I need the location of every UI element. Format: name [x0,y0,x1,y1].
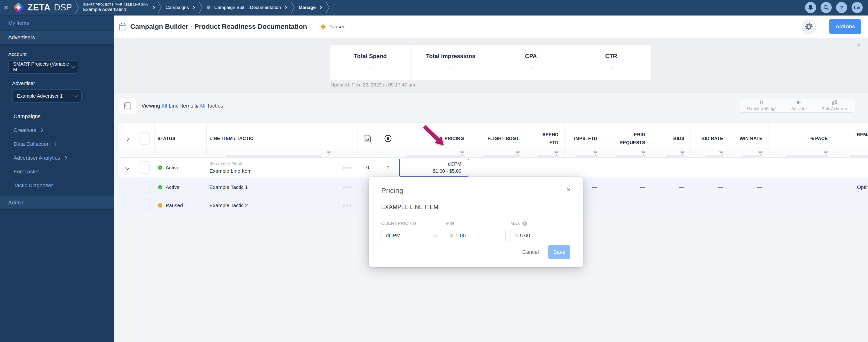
sidebar-item-advertisers[interactable]: Advertisers [0,31,114,44]
chevron-right-icon [191,6,195,9]
chevron-right-icon [151,6,155,9]
row-menu[interactable] [337,158,358,178]
header-bid-rate[interactable]: BID RATE [690,123,729,148]
header-spend-ftd[interactable]: SPENDFTD [526,123,564,148]
advertiser-select[interactable]: Example Advertiser 1 [12,89,82,103]
filter-cell-imps[interactable] [564,148,603,158]
checkbox[interactable] [140,161,150,174]
save-button[interactable]: Save [548,245,570,259]
header-remaining-budget[interactable]: REMAININGBDGT. [834,123,868,148]
sidebar-item-data-collection[interactable]: Data Collection [0,137,114,151]
info-icon[interactable]: i [522,221,527,226]
search-button[interactable] [820,2,832,13]
row-line-item-name[interactable]: (No active flight) Example Line Item [207,158,337,178]
chevron-down-icon [433,233,437,237]
breadcrumb-campaigns[interactable]: Campaigns [166,5,194,10]
filter-cell-remaining[interactable] [834,148,868,158]
row-menu[interactable] [337,197,358,214]
min-input[interactable]: $ 1.00 [446,229,506,242]
header-pace[interactable]: % PACE [769,123,834,148]
header-select-all[interactable] [135,123,155,148]
tactic-name[interactable]: Example Tactic 1 [210,184,248,191]
my-items-label: My Items [8,20,29,26]
sidebar-item-label: Advertiser Analytics [13,155,60,161]
bulk-action-button[interactable]: Bulk Action [814,99,855,113]
notifications-button[interactable] [805,2,816,13]
viewing-all-tactics-link[interactable]: All [199,103,205,109]
filter-cell-bids[interactable] [651,148,690,158]
row-targeting-count[interactable]: 1 [378,158,398,178]
filter-cell-line-item[interactable] [207,148,337,158]
header-ebid-requests[interactable]: EBIDREQUESTS [603,123,651,148]
settings-button[interactable] [801,19,816,34]
breadcrumb-campaign[interactable]: Campaign Buil ... Documentation [214,5,286,10]
dollar-prefix: $ [450,232,453,239]
row-creatives-count[interactable]: 0 [358,158,378,178]
ellipsis-menu-icon[interactable] [343,167,352,169]
cancel-button[interactable]: Cancel [522,249,539,255]
modal-title: Pricing [381,187,570,195]
header-status[interactable]: STATUS [155,123,207,148]
header-flight-budget[interactable]: FLIGHT BDGT. [470,123,526,148]
header-imps-ftd[interactable]: IMPS. FTD [564,123,603,148]
bulk-actions-group: Pause Settings Activate Bulk Action [740,99,856,113]
close-stats-icon[interactable]: × [857,41,861,49]
sidebar-item-forecaster[interactable]: Forecaster [0,165,114,179]
row-tactic-name[interactable]: Example Tactic 1 [207,178,337,197]
filter-cell-bid-rate[interactable] [690,148,729,158]
row-select[interactable] [135,158,155,178]
row-select[interactable] [135,178,155,197]
account-select[interactable]: SMART Projects (Variable M... [8,60,79,74]
breadcrumb-manage[interactable]: Manage [299,5,321,10]
sidebar-item-campaigns[interactable]: Campaigns [0,110,114,123]
client-pricing-select[interactable]: dCPM [381,229,441,242]
line-item-name[interactable]: Example Line Item [210,167,252,175]
sidebar-item-tactic-diagnoser[interactable]: Tactic Diagnoser [0,179,114,192]
header-win-rate[interactable]: WIN RATE [729,123,769,148]
table-row-line-item[interactable]: Active (No active flight) Example Line I… [119,158,868,178]
header-creatives[interactable] [358,123,378,148]
sidebar-item-creatives[interactable]: Creatives [0,123,114,137]
header-expander[interactable] [119,123,135,148]
help-button[interactable]: ? [836,2,847,13]
status-dot [158,165,162,170]
max-input[interactable]: $ 5.00 [510,229,570,242]
header-bids[interactable]: BIDS [651,123,690,148]
pause-settings-button[interactable]: Pause Settings [740,99,784,113]
header-line-item[interactable]: LINE ITEM / TACTIC [207,123,337,148]
view-settings-button[interactable] [119,98,136,114]
sidebar-item-my-items[interactable]: My Items [0,15,114,31]
actions-button[interactable]: Actions [829,19,861,34]
pricing-cell-button[interactable]: dCPM $1.00 - $5.00 [399,159,469,177]
row-select[interactable] [135,197,155,214]
row-expander[interactable] [119,158,135,178]
sidebar-item-advertiser-analytics[interactable]: Advertiser Analytics [0,151,114,165]
filter-cell-pricing[interactable] [398,148,470,158]
header-targeting[interactable] [378,123,398,148]
filter-underline [743,155,764,157]
modal-close-icon[interactable]: × [566,186,571,194]
viewing-all-line-items-link[interactable]: All [161,103,167,109]
user-avatar[interactable]: L& [851,2,863,13]
sidebar-item-admin[interactable]: Admin [0,196,114,210]
close-icon[interactable]: × [4,4,8,11]
filter-icon [719,150,724,155]
checkbox[interactable] [140,199,150,212]
breadcrumb-advertiser[interactable]: SMART PROJECTS (VARIABLE MARGIN) Example… [83,3,148,12]
row-menu[interactable] [337,178,358,197]
filter-cell-win-rate[interactable] [729,148,769,158]
breadcrumb-divider-icon [325,1,330,14]
filter-cell-spend[interactable] [526,148,564,158]
filter-cell-pace[interactable] [769,148,834,158]
filter-cell-flight[interactable] [470,148,526,158]
ellipsis-menu-icon[interactable] [343,186,352,188]
checkbox[interactable] [140,132,150,145]
filter-cell-ebid[interactable] [603,148,651,158]
account-select-value: SMART Projects (Variable M... [13,61,71,72]
ellipsis-menu-icon[interactable] [343,205,352,207]
tactic-name[interactable]: Example Tactic 2 [210,202,248,209]
checkbox[interactable] [140,181,150,193]
client-pricing-value: dCPM [386,232,401,239]
row-tactic-name[interactable]: Example Tactic 2 [207,197,337,214]
activate-button[interactable]: Activate [784,99,814,113]
